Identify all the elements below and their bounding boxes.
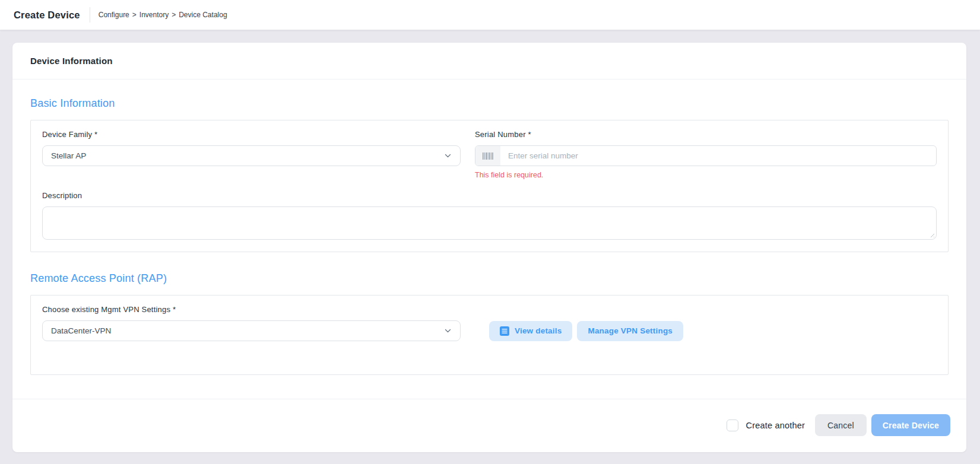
serial-number-label: Serial Number * xyxy=(475,130,937,139)
breadcrumb-separator: > xyxy=(172,11,176,19)
chevron-down-icon xyxy=(444,152,452,160)
vpn-settings-label: Choose existing Mgmt VPN Settings * xyxy=(42,305,937,314)
breadcrumb-item-configure[interactable]: Configure xyxy=(99,11,129,19)
barcode-icon xyxy=(475,146,500,166)
cancel-button[interactable]: Cancel xyxy=(815,414,867,436)
basic-information-heading: Basic Information xyxy=(30,97,949,110)
header-divider xyxy=(90,7,90,23)
create-another-label: Create another xyxy=(746,421,805,430)
description-label: Description xyxy=(42,191,937,200)
card-title: Device Information xyxy=(30,56,113,66)
description-field: Description xyxy=(42,191,937,240)
device-family-select[interactable]: Stellar AP xyxy=(42,145,461,166)
serial-number-input-group xyxy=(475,145,937,166)
create-another-checkbox[interactable] xyxy=(727,419,738,431)
breadcrumb: Configure > Inventory > Device Catalog xyxy=(99,11,227,19)
breadcrumb-separator: > xyxy=(132,11,137,19)
device-family-label: Device Family * xyxy=(42,130,461,139)
view-details-button[interactable]: View details xyxy=(489,321,572,341)
basic-information-fieldset: Device Family * Stellar AP Serial Number… xyxy=(30,120,949,252)
card-body: Basic Information Device Family * Stella… xyxy=(12,80,966,399)
breadcrumb-item-inventory[interactable]: Inventory xyxy=(139,11,169,19)
card-footer: Create another Cancel Create Device xyxy=(12,399,966,452)
serial-number-input[interactable] xyxy=(500,146,936,166)
description-textarea[interactable] xyxy=(42,206,937,240)
serial-number-error: This field is required. xyxy=(475,171,937,179)
vpn-settings-field: DataCenter-VPN xyxy=(42,320,461,341)
rap-fieldset: Choose existing Mgmt VPN Settings * Data… xyxy=(30,295,949,375)
card-header: Device Information xyxy=(12,43,966,80)
page-title: Create Device xyxy=(14,9,80,21)
create-device-button[interactable]: Create Device xyxy=(871,414,950,436)
vpn-settings-value: DataCenter-VPN xyxy=(51,326,444,335)
top-header-bar: Create Device Configure > Inventory > De… xyxy=(0,0,980,30)
device-family-field: Device Family * Stellar AP xyxy=(42,130,461,179)
manage-vpn-settings-button[interactable]: Manage VPN Settings xyxy=(577,321,683,341)
rap-heading: Remote Access Point (RAP) xyxy=(30,272,949,285)
vpn-settings-select[interactable]: DataCenter-VPN xyxy=(42,320,461,341)
view-details-label: View details xyxy=(515,326,562,335)
device-family-value: Stellar AP xyxy=(51,151,444,160)
manage-vpn-settings-label: Manage VPN Settings xyxy=(588,326,673,335)
list-details-icon xyxy=(500,326,509,336)
serial-number-field: Serial Number * xyxy=(475,130,937,179)
breadcrumb-item-device-catalog[interactable]: Device Catalog xyxy=(179,11,227,19)
chevron-down-icon xyxy=(444,327,452,335)
device-information-card: Device Information Basic Information Dev… xyxy=(12,43,966,452)
